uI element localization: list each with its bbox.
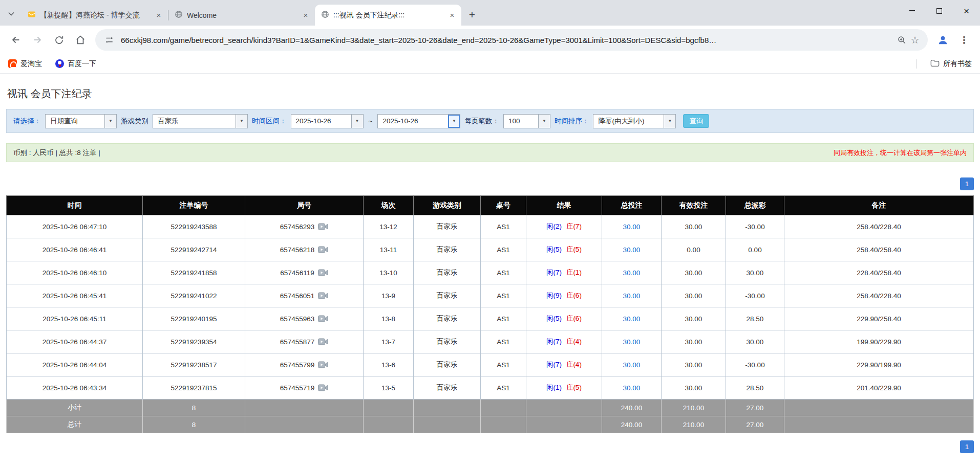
video-replay-icon[interactable] (318, 223, 328, 230)
video-replay-icon[interactable] (318, 246, 328, 253)
cell-game-type: 百家乐 (414, 261, 481, 284)
bookmark-star-icon[interactable]: ☆ (908, 33, 922, 47)
back-button[interactable] (5, 29, 27, 51)
cell-result: 闲(2) 庄(7) (526, 215, 602, 238)
cell-total-bet[interactable]: 30.00 (602, 284, 662, 307)
cell-table-no: AS1 (481, 215, 526, 238)
cell-note: 258.40/228.40 (784, 284, 974, 307)
bet-records-table: 时间 注单编号 局号 场次 游戏类别 桌号 结果 总投注 有效投注 总派彩 备注… (6, 195, 974, 433)
table-row: 2025-10-26 06:46:41 522919242714 6574562… (7, 238, 974, 261)
cell-total-bet[interactable]: 30.00 (602, 238, 662, 261)
col-time: 时间 (7, 196, 143, 215)
page-1-button[interactable]: 1 (960, 177, 974, 190)
page-content: 视讯 会员下注纪录 请选择： 日期查询 ▼ 游戏类别 百家乐 ▼ 时间区间： 2… (0, 87, 980, 453)
tab-title: 【新提醒】海燕论坛 - 博学交流 (40, 11, 150, 20)
total-payout: 27.00 (726, 416, 784, 433)
cell-time: 2025-10-26 06:43:34 (7, 376, 143, 399)
zoom-icon[interactable] (895, 33, 908, 47)
tab-welcome[interactable]: Welcome × (168, 5, 315, 26)
site-info-icon[interactable] (102, 33, 116, 47)
browser-menu-icon[interactable]: ⋮ (953, 29, 975, 51)
refresh-button[interactable] (48, 29, 70, 51)
maximize-icon (936, 8, 942, 14)
sort-order-select[interactable]: 降幂(由大到小) ▼ (593, 114, 676, 128)
tab-forum[interactable]: 【新提醒】海燕论坛 - 博学交流 × (22, 5, 168, 26)
cell-result: 闲(5) 庄(5) (526, 238, 602, 261)
new-tab-button[interactable]: + (464, 7, 480, 23)
col-valid-bet: 有效投注 (662, 196, 726, 215)
bookmark-baidu[interactable]: 百度一下 (55, 59, 96, 69)
cell-game-type: 百家乐 (414, 284, 481, 307)
profile-avatar[interactable] (932, 29, 953, 51)
bookmark-taobao[interactable]: 爱淘宝 (8, 59, 42, 69)
chevron-down-icon[interactable]: ▼ (448, 115, 460, 128)
bookmark-label: 百度一下 (68, 59, 96, 69)
all-bookmarks-button[interactable]: 所有书签 (930, 59, 972, 69)
close-icon[interactable]: × (447, 10, 457, 20)
result-banker: 庄(6) (566, 315, 582, 322)
cell-total-bet[interactable]: 30.00 (602, 376, 662, 399)
query-mode-select[interactable]: 日期查询 ▼ (45, 114, 117, 128)
browser-window: 【新提醒】海燕论坛 - 博学交流 × Welcome × :::视讯 会员下注纪… (0, 0, 980, 74)
result-banker: 庄(4) (566, 338, 582, 345)
cell-time: 2025-10-26 06:46:10 (7, 261, 143, 284)
maximize-button[interactable] (926, 0, 953, 21)
bookmarks-bar: 爱淘宝 百度一下 所有书签 (0, 54, 980, 74)
page-1-button[interactable]: 1 (960, 440, 974, 453)
table-row: 2025-10-26 06:45:11 522919240195 6574559… (7, 307, 974, 330)
tab-bet-records[interactable]: :::视讯 会员下注纪录::: × (315, 5, 461, 26)
game-type-select[interactable]: 百家乐 ▼ (153, 114, 248, 128)
video-replay-icon[interactable] (318, 338, 328, 345)
home-button[interactable] (70, 29, 91, 51)
table-row: 2025-10-26 06:46:10 522919241858 6574561… (7, 261, 974, 284)
date-end-select[interactable]: 2025-10-26 ▼ (377, 114, 460, 128)
close-icon[interactable]: × (301, 10, 311, 20)
table-header-row: 时间 注单编号 局号 场次 游戏类别 桌号 结果 总投注 有效投注 总派彩 备注 (7, 196, 974, 215)
cell-bet-id: 522919239354 (143, 330, 245, 353)
chevron-down-icon[interactable]: ▼ (538, 115, 550, 128)
col-bet-id: 注单编号 (143, 196, 245, 215)
search-button[interactable]: 查询 (683, 114, 709, 128)
cell-valid-bet: 0.00 (662, 238, 726, 261)
cell-table-no: AS1 (481, 376, 526, 399)
chevron-down-icon[interactable]: ▼ (351, 115, 363, 128)
url-text[interactable]: 66cxkj98.com/game/betrecord_search/kind3… (121, 36, 890, 45)
forward-button[interactable] (27, 29, 48, 51)
subtotal-count: 8 (143, 399, 245, 416)
result-player: 闲(9) (546, 292, 562, 299)
cell-total-bet[interactable]: 30.00 (602, 307, 662, 330)
cell-total-bet[interactable]: 30.00 (602, 215, 662, 238)
subtotal-label: 小计 (7, 399, 143, 416)
col-game-type: 游戏类别 (414, 196, 481, 215)
cell-total-bet[interactable]: 30.00 (602, 261, 662, 284)
video-replay-icon[interactable] (318, 315, 328, 322)
total-row: 总计 8 240.00 210.00 27.00 (7, 416, 974, 433)
cell-game-type: 百家乐 (414, 238, 481, 261)
video-replay-icon[interactable] (318, 269, 328, 276)
close-icon[interactable]: × (154, 10, 164, 20)
summary-info-bar: 币别 : 人民币 | 总共 :8 注单 | 同局有效投注，统一计算在该局第一张注… (6, 143, 974, 162)
cell-table-no: AS1 (481, 284, 526, 307)
video-replay-icon[interactable] (318, 384, 328, 391)
minimize-button[interactable] (899, 0, 926, 21)
video-replay-icon[interactable] (318, 292, 328, 299)
cell-total-bet[interactable]: 30.00 (602, 353, 662, 376)
game-type-label: 游戏类别 (121, 117, 148, 126)
cell-round-id: 657455877 (245, 330, 364, 353)
all-bookmarks-label: 所有书签 (943, 59, 972, 69)
video-replay-icon[interactable] (318, 361, 328, 368)
subtotal-row: 小计 8 240.00 210.00 27.00 (7, 399, 974, 416)
chevron-down-icon[interactable] (8, 9, 14, 18)
chevron-down-icon[interactable]: ▼ (104, 115, 116, 128)
chevron-down-icon[interactable]: ▼ (664, 115, 675, 128)
cell-round-id: 657455963 (245, 307, 364, 330)
date-start-select[interactable]: 2025-10-26 ▼ (291, 114, 364, 128)
cell-total-bet[interactable]: 30.00 (602, 330, 662, 353)
address-bar[interactable]: 66cxkj98.com/game/betrecord_search/kind3… (95, 29, 928, 51)
cell-note: 199.90/229.90 (784, 330, 974, 353)
valid-bet-notice: 同局有效投注，统一计算在该局第一张注单内 (834, 148, 967, 158)
page-size-select[interactable]: 100 ▼ (503, 114, 550, 128)
chevron-down-icon[interactable]: ▼ (236, 115, 247, 128)
cell-time: 2025-10-26 06:45:11 (7, 307, 143, 330)
close-window-button[interactable]: × (953, 0, 980, 21)
